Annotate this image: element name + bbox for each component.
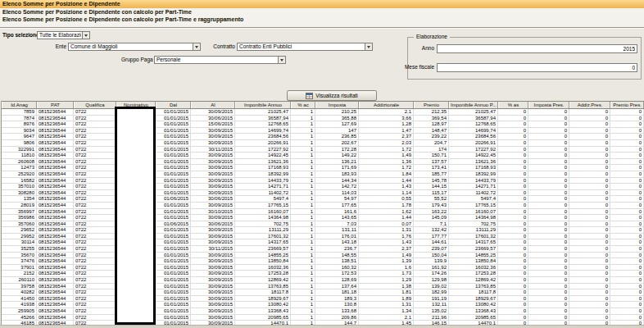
cell-id_anag: 9034 — [2, 128, 37, 134]
table-row[interactable]: 452660815236544072201/01/201530/09/20152… — [2, 315, 644, 321]
cell-addiz_pres: 0 — [569, 134, 610, 139]
table-row[interactable]: 2599050815236544072201/01/201530/09/2015… — [2, 308, 644, 315]
table-row[interactable]: 3570600815236544072201/06/201530/06/2015… — [2, 221, 644, 228]
cell-imposta_pres: 0 — [528, 234, 569, 239]
anno-input[interactable] — [437, 44, 637, 53]
cell-addizionale: 1,49 — [359, 253, 414, 258]
cell-qualifica: 0722 — [74, 265, 116, 271]
report-list-item[interactable]: Elenco Somme per Posizione e Dipendente — [0, 0, 644, 8]
header-imposta_pres[interactable]: Imposta Pres. — [528, 102, 569, 108]
table-row[interactable]: 78590815236544072201/01/201530/09/201521… — [2, 109, 644, 116]
table-row[interactable]: 280190815236544072201/01/201530/09/20151… — [2, 203, 644, 209]
cell-addizionale: 2,1 — [359, 315, 414, 321]
visualizza-risultati-button[interactable]: Visualizza risultati — [287, 90, 377, 101]
gruppo-paga-select[interactable]: Personale — [154, 56, 286, 64]
cell-premio: 137,57 — [414, 159, 449, 165]
cell-pat: 0815236544 — [37, 140, 74, 146]
contratto-arrow-button[interactable] — [365, 43, 372, 50]
table-row[interactable]: 98060815236544072201/01/201530/09/201520… — [2, 140, 644, 147]
ente-value: Comune di Maggioli — [70, 43, 192, 50]
table-row[interactable]: 419380815236544072201/01/201530/09/20151… — [2, 302, 644, 308]
cell-dal: 01/06/2015 — [156, 221, 191, 227]
table-row[interactable]: 3569970815236544072201/01/201530/10/2015… — [2, 209, 644, 216]
cell-id_anag: 259905 — [2, 308, 37, 314]
cell-imponibile_annuo_p: 11402,72 — [449, 190, 498, 196]
cell-id_anag: 35255 — [2, 246, 37, 252]
table-row[interactable]: 356700815236544072201/01/201530/09/20151… — [2, 253, 644, 259]
table-row[interactable]: 165820815236544072201/01/201530/09/20151… — [2, 178, 644, 184]
cell-dal: 01/01/2015 — [156, 296, 191, 302]
header-premio_pres[interactable]: Premio Pres. — [610, 102, 644, 108]
bottom-scroll-strip[interactable] — [0, 325, 644, 328]
table-row[interactable]: 3570100815236544072201/01/201530/09/2015… — [2, 184, 644, 190]
cell-imposta: 177,65 — [315, 203, 359, 208]
table-row[interactable]: 2601100815236544072201/01/201530/09/2015… — [2, 277, 644, 284]
header-premio[interactable]: Premio — [414, 102, 449, 108]
table-row[interactable]: 301140815236544072201/01/201530/09/20151… — [2, 239, 644, 246]
cell-addizionale: 1,39 — [359, 258, 414, 264]
cell-pat: 0815236544 — [37, 147, 74, 153]
table-row[interactable]: 13540815236544072201/06/201530/06/201554… — [2, 196, 644, 203]
header-addiz_pres[interactable]: Addiz.Pres. — [569, 102, 610, 108]
header-addizionale[interactable]: Addizionale — [359, 102, 414, 108]
cell-premio: 144,15 — [414, 184, 449, 189]
cell-imponibile_annuo_p: 13368,43 — [449, 308, 498, 314]
table-row[interactable]: 397580815236544072201/01/201530/09/20151… — [2, 284, 644, 290]
header-imposta[interactable]: Imposta — [315, 102, 359, 108]
cell-addiz_pres: 0 — [569, 209, 610, 215]
cell-imponibile_annuo_p: 18392,99 — [449, 171, 498, 177]
table-row[interactable]: 374760815236544072201/01/201530/09/20151… — [2, 258, 644, 265]
tipo-selezione-arrow-button[interactable] — [82, 32, 89, 39]
table-row[interactable]: 21520815236544072201/01/201530/09/201517… — [2, 271, 644, 277]
mese-fiscale-input[interactable] — [437, 63, 637, 72]
table-row[interactable]: 414500815236544072201/01/201530/09/20151… — [2, 296, 644, 303]
table-row[interactable]: 96470815236544072201/01/201530/09/201523… — [2, 134, 644, 140]
table-row[interactable]: 3082800815236544072201/01/201530/09/2015… — [2, 190, 644, 197]
table-row[interactable]: 89760815236544072201/01/201515/06/201512… — [2, 121, 644, 128]
table-row[interactable]: 2606080815236544072201/01/201530/09/2015… — [2, 159, 644, 166]
cell-premio: 185,77 — [414, 171, 449, 177]
header-dal[interactable]: Dal — [156, 102, 191, 108]
gruppo-paga-arrow-button[interactable] — [278, 57, 285, 63]
tipo-selezione-select[interactable]: Tutte le Elaborazioni — [37, 31, 90, 39]
cell-imposta_pres: 0 — [528, 190, 569, 196]
cell-dal: 01/01/2015 — [156, 184, 191, 189]
cell-perc_ac: 1 — [291, 203, 315, 208]
table-row[interactable]: 78740815236544072201/01/201530/06/201536… — [2, 116, 644, 122]
table-row[interactable]: 402820815236544072201/01/201530/09/20151… — [2, 289, 644, 296]
header-perc_ac[interactable]: % ac — [291, 102, 315, 108]
header-imponibile_annuo_p[interactable]: Imponibile Annuo P... — [449, 102, 498, 108]
header-qualifica[interactable]: Qualifica — [74, 102, 116, 108]
table-row[interactable]: 118100815236544072201/01/201530/09/20151… — [2, 153, 644, 159]
table-row[interactable]: 379010815236544072201/01/201530/09/20151… — [2, 265, 644, 271]
cell-imposta: 171,69 — [315, 165, 359, 171]
cell-dal: 01/01/2015 — [156, 227, 191, 233]
ente-arrow-button[interactable] — [193, 43, 200, 50]
table-row[interactable]: 299520815236544072201/01/201530/09/20151… — [2, 234, 644, 240]
contratto-select[interactable]: Contratto Enti Pubblici — [237, 43, 373, 51]
header-imponibile_annuo[interactable]: Imponibile Annuo — [235, 102, 291, 108]
header-pat[interactable]: PAT — [37, 102, 74, 108]
table-row[interactable]: 2529200815236544072201/01/201530/09/2015… — [2, 171, 644, 178]
header-perc_as[interactable]: % as — [498, 102, 528, 108]
cell-addizionale: 1,84 — [359, 171, 414, 177]
table-row[interactable]: 352550815236544072201/01/201530/11/20152… — [2, 246, 644, 253]
table-row[interactable]: 3569860815236544072201/01/201530/09/2015… — [2, 215, 644, 221]
cell-imponibile_annuo: 18117,8 — [235, 289, 291, 295]
table-row[interactable]: 3229910815236544072201/01/201530/11/2015… — [2, 147, 644, 153]
table-row[interactable]: 90340815236544072201/01/201530/09/201514… — [2, 128, 644, 134]
report-list-item[interactable]: Elenco Somme per Posizione e Dipendente … — [0, 16, 644, 23]
ente-select[interactable]: Comune di Maggioli — [68, 43, 201, 51]
cell-addiz_pres: 0 — [569, 109, 610, 115]
table-row[interactable]: 124730815236544072201/01/201530/09/20151… — [2, 165, 644, 171]
cell-dal: 01/01/2015 — [156, 153, 191, 158]
header-id_anag[interactable]: Id.Anag — [2, 102, 37, 108]
cell-imponibile_annuo: 14271,71 — [235, 184, 291, 189]
report-list-item[interactable]: Elenco Somme per Posizione e Dipendente … — [0, 8, 644, 16]
cell-perc_as: 0 — [498, 178, 528, 184]
cell-addizionale: 1,89 — [359, 296, 414, 302]
header-al[interactable]: Al — [191, 102, 235, 108]
cell-qualifica: 0722 — [74, 239, 116, 245]
cell-addizionale: 1,44 — [359, 215, 414, 221]
table-row[interactable]: 296520815236544072201/01/201530/09/20151… — [2, 227, 644, 234]
